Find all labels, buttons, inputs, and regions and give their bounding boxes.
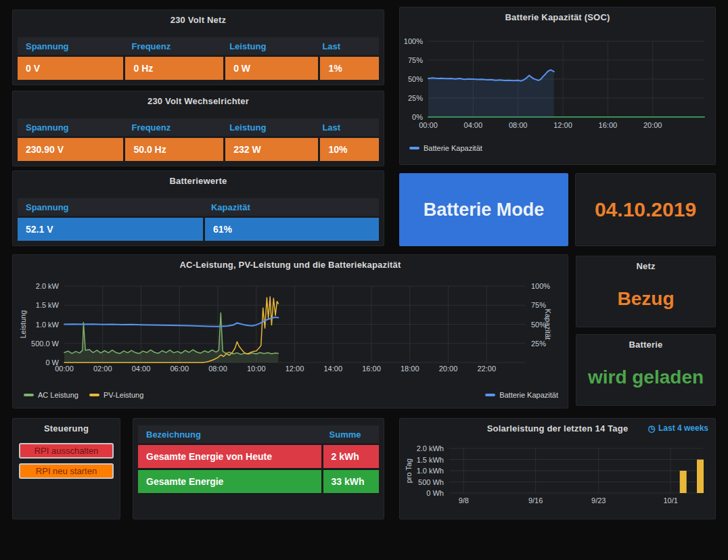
column-header-spannung[interactable]: Spannung	[18, 41, 123, 51]
panel-batterie-status: Batterie wird geladen	[576, 334, 716, 406]
svg-text:500.0 W: 500.0 W	[31, 340, 60, 348]
column-header-leistung[interactable]: Leistung	[221, 41, 314, 51]
svg-text:1.5 kWh: 1.5 kWh	[417, 456, 444, 464]
date-value: 04.10.2019	[576, 174, 715, 246]
chart-legend-left: AC LeistungPV-Leistung	[24, 391, 143, 399]
table-row: Gesamte Energie von Heute 2 kWh	[138, 445, 379, 468]
column-header-leistung[interactable]: Leistung	[221, 122, 314, 133]
grafana-dashboard: 230 Volt Netz Spannung Frequenz Leistung…	[0, 0, 728, 560]
svg-text:04:00: 04:00	[464, 121, 483, 129]
rpi-ausschalten-button[interactable]: RPI ausschalten	[19, 443, 114, 459]
svg-text:18:00: 18:00	[401, 365, 419, 373]
chart-legend-right: Batterie Kapazität	[485, 391, 558, 399]
svg-text:75%: 75%	[531, 301, 546, 309]
svg-text:10/1: 10/1	[663, 496, 677, 505]
svg-text:00:00: 00:00	[55, 365, 74, 373]
table-row: Gesamte Energie 33 kWh	[138, 470, 379, 493]
table-header-row: Spannung Kapazität	[18, 198, 379, 216]
panel-netz-status: Netz Bezug	[576, 256, 716, 327]
column-header-last[interactable]: Last	[314, 122, 379, 133]
column-header-spannung[interactable]: Spannung	[18, 122, 123, 133]
svg-text:04:00: 04:00	[132, 365, 151, 373]
energie-gesamt-wert: 33 kWh	[323, 470, 379, 493]
value-cell-frequenz: 50.0 Hz	[125, 138, 223, 161]
table-header-row: Spannung Frequenz Leistung Last	[18, 37, 379, 55]
svg-text:06:00: 06:00	[170, 365, 189, 373]
svg-text:20:00: 20:00	[439, 365, 458, 373]
column-header-summe[interactable]: Summe	[321, 429, 379, 440]
panel-solar-chart: Solarleistung der letzten 14 Tage ◷ Last…	[399, 418, 716, 519]
value-cell-spannung: 230.90 V	[18, 138, 123, 161]
svg-text:50%: 50%	[408, 75, 423, 83]
svg-text:75%: 75%	[408, 56, 423, 64]
svg-text:2.0 kWh: 2.0 kWh	[417, 444, 444, 452]
value-cell-spannung: 52.1 V	[18, 218, 203, 241]
panel-steuerung: Steuerung RPI ausschalten RPI neu starte…	[12, 418, 120, 519]
solar-chart[interactable]: 0 Wh500 Wh1.0 kWh1.5 kWh2.0 kWh9/89/169/…	[400, 419, 716, 520]
value-table: Spannung Frequenz Leistung Last 230.90 V…	[18, 118, 379, 163]
legend-item[interactable]: Batterie Kapazität	[409, 144, 482, 152]
panel-230-volt-netz: 230 Volt Netz Spannung Frequenz Leistung…	[12, 9, 384, 85]
legend-swatch	[485, 394, 495, 396]
panel-title: Batteriewerte	[13, 176, 384, 186]
legend-label: PV-Leistung	[104, 391, 143, 399]
legend-swatch	[409, 147, 419, 149]
panel-soc-chart: Batterie Kapazität (SOC) 0%25%50%75%100%…	[399, 7, 716, 165]
clock-icon: ◷	[648, 424, 656, 433]
value-cell-last: 1%	[320, 57, 379, 80]
panel-datum: 04.10.2019	[575, 173, 716, 246]
svg-text:08:00: 08:00	[208, 365, 227, 373]
table-value-row: 0 V 0 Hz 0 W 1%	[18, 57, 379, 80]
panel-batteriewerte: Batteriewerte Spannung Kapazität 52.1 V …	[12, 170, 384, 246]
panel-title: Netz	[576, 261, 715, 271]
energie-heute-label: Gesamte Energie von Heute	[138, 445, 321, 468]
legend-item[interactable]: Batterie Kapazität	[485, 391, 558, 399]
energie-heute-wert: 2 kWh	[323, 445, 379, 468]
soc-chart[interactable]: 0%25%50%75%100%00:0004:0008:0012:0016:00…	[400, 7, 716, 166]
svg-text:50%: 50%	[531, 321, 546, 329]
panel-title: 230 Volt Wechselrichter	[13, 96, 384, 106]
column-header-spannung[interactable]: Spannung	[18, 202, 203, 212]
svg-text:Kapazität: Kapazität	[544, 309, 552, 340]
svg-text:10:00: 10:00	[247, 365, 266, 373]
column-header-frequenz[interactable]: Frequenz	[123, 122, 221, 133]
column-header-bezeichnung[interactable]: Bezeichnung	[138, 429, 321, 440]
table-value-row: 52.1 V 61%	[18, 218, 379, 241]
panel-title: Steuerung	[13, 423, 120, 434]
svg-text:20:00: 20:00	[643, 121, 662, 129]
legend-item[interactable]: PV-Leistung	[89, 391, 143, 399]
time-range-picker[interactable]: ◷ Last 4 weeks	[648, 423, 708, 433]
legend-swatch	[24, 394, 34, 396]
svg-text:pro Tag: pro Tag	[405, 459, 413, 484]
svg-text:16:00: 16:00	[362, 365, 381, 373]
svg-text:2.0 kW: 2.0 kW	[36, 282, 60, 290]
rpi-neu-starten-button[interactable]: RPI neu starten	[19, 463, 114, 479]
legend-label: Batterie Kapazität	[499, 391, 558, 399]
leistung-chart[interactable]: 0 W500.0 W1.0 kW1.5 kW2.0 kW25%50%75%100…	[13, 255, 569, 409]
svg-text:22:00: 22:00	[477, 365, 496, 373]
batterie-mode-button[interactable]: Batterie Mode	[399, 173, 568, 246]
svg-text:0 Wh: 0 Wh	[426, 489, 444, 497]
svg-text:12:00: 12:00	[286, 365, 304, 373]
time-range-label: Last 4 weeks	[658, 423, 708, 433]
panel-energie-tabelle: Bezeichnung Summe Gesamte Energie von He…	[133, 418, 384, 519]
panel-title: Batterie Kapazität (SOC)	[400, 12, 715, 22]
svg-text:9/8: 9/8	[459, 496, 469, 505]
netz-status-value: Bezug	[576, 277, 715, 321]
svg-text:25%: 25%	[531, 340, 546, 348]
svg-text:9/16: 9/16	[528, 496, 543, 505]
svg-text:1.5 kW: 1.5 kW	[36, 301, 60, 309]
svg-text:16:00: 16:00	[599, 121, 618, 129]
panel-title: AC-Leistung, PV-Leistung und die Batteri…	[13, 260, 568, 270]
table-header-row: Spannung Frequenz Leistung Last	[18, 118, 379, 136]
column-header-frequenz[interactable]: Frequenz	[123, 41, 221, 51]
legend-label: Batterie Kapazität	[424, 144, 482, 152]
panel-title: Batterie	[576, 340, 715, 350]
batterie-status-value: wird geladen	[576, 355, 715, 400]
column-header-kapazitaet[interactable]: Kapazität	[203, 202, 379, 212]
column-header-last[interactable]: Last	[314, 41, 379, 51]
value-table: Bezeichnung Summe Gesamte Energie von He…	[138, 425, 379, 495]
value-cell-last: 10%	[320, 138, 379, 161]
svg-text:100%: 100%	[404, 37, 423, 45]
legend-item[interactable]: AC Leistung	[24, 391, 78, 399]
